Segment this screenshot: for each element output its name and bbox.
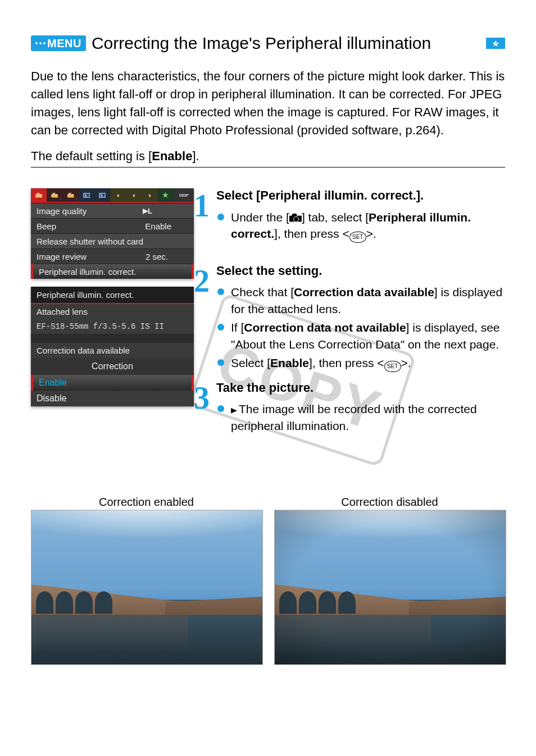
menu-label: Image quality [37, 206, 87, 216]
camera-tab-mymenu[interactable]: ★ [158, 188, 174, 202]
attached-lens-label: Attached lens [31, 304, 194, 319]
step-number: 2 [194, 263, 210, 299]
camera-tab-disp[interactable]: DISP [174, 188, 194, 202]
sample-photo-disabled [274, 510, 506, 665]
camera-icon [289, 214, 302, 222]
step-2-bullet-1: Check that [Correction data available] i… [216, 284, 505, 317]
photo-caption: Correction enabled [31, 496, 262, 509]
separator-line [31, 167, 505, 168]
set-button-icon: SET [349, 232, 366, 243]
example-photo-row: Correction enabled Correction disabled [31, 496, 505, 665]
intro-default-value: Enable [152, 149, 192, 163]
step-1-bullet-1: Under the [] tab, select [Peripheral ill… [216, 209, 505, 243]
playback-icon [99, 193, 106, 198]
camera-icon [35, 193, 42, 198]
correction-data-status: Correction data available [31, 343, 194, 358]
menu-value: 2 sec. [146, 252, 168, 261]
step-heading: Select the setting. [216, 263, 505, 279]
menu-pill-icon: MENU [31, 35, 86, 51]
intro-block: Due to the lens characteristics, the fou… [31, 67, 505, 165]
camera-tab-shoot3[interactable]: : [62, 188, 78, 202]
photo-correction-disabled: Correction disabled [274, 496, 505, 665]
camera-menu-screenshot-1: : : ♦ ♦ ♦ ★ DISP Image quality Beep Enab… [31, 188, 194, 279]
step-2-bullet-3: Select [Enable], then press <SET>. [216, 355, 505, 372]
page-title: Correcting the Image's Peripheral illumi… [92, 34, 431, 53]
step-heading: Take the picture. [216, 380, 505, 396]
step-heading: Select [Peripheral illumin. correct.]. [216, 188, 505, 203]
photo-correction-enabled: Correction enabled [31, 496, 262, 665]
page-header: MENU Correcting the Image's Peripheral i… [31, 34, 505, 53]
wrench-icon: ♦ [133, 192, 135, 198]
camera-tab-setup1[interactable]: ♦ [110, 188, 126, 202]
camera-icon [67, 193, 74, 198]
step-number: 1 [194, 188, 210, 224]
menu-row-release-shutter[interactable]: Release shutter without card [31, 233, 194, 248]
camera-menu-screenshot-2: Peripheral illumin. correct. Attached le… [31, 287, 194, 406]
correction-option-disable[interactable]: Disable [31, 391, 194, 406]
step-number: 3 [194, 380, 210, 416]
menu-row-peripheral-illumin[interactable]: Peripheral illumin. correct. [31, 264, 194, 279]
set-button-icon: SET [384, 361, 401, 372]
intro-text: Due to the lens characteristics, the fou… [31, 69, 505, 137]
intro-default-prefix: The default setting is [ [31, 149, 152, 163]
menu-row-image-quality[interactable]: Image quality [31, 203, 194, 218]
submenu-title: Peripheral illumin. correct. [31, 287, 194, 304]
camera-tab-play2[interactable] [94, 188, 110, 202]
step-3-bullet-1: The image will be recorded with the corr… [216, 401, 505, 434]
attached-lens-value: EF-S18-55mm f/3.5-5.6 IS II [31, 319, 194, 334]
step-2-bullet-2: If [Correction data not available] is di… [216, 319, 505, 352]
jpeg-L-icon [143, 207, 152, 215]
menu-value: Enable [145, 221, 171, 231]
camera-tab-setup2[interactable]: ♦ [126, 188, 142, 202]
step-3: 3 Take the picture. The image will be re… [194, 380, 505, 434]
wrench-icon: ♦ [148, 192, 151, 198]
star-icon: ★ [162, 191, 169, 199]
menu-label: Release shutter without card [37, 237, 143, 246]
correction-section-label: Correction [31, 358, 194, 375]
camera-tab-play1[interactable] [79, 188, 94, 202]
disp-icon: DISP [179, 193, 189, 198]
sample-photo-enabled [31, 510, 263, 665]
arrow-icon [231, 402, 239, 415]
menu-pill-label: MENU [47, 37, 81, 50]
camera-menu-tab-strip: : : ♦ ♦ ♦ ★ DISP [31, 188, 194, 203]
step-1: 1 Select [Peripheral illumin. correct.].… [194, 188, 505, 243]
camera-tab-shoot1[interactable] [31, 188, 47, 202]
camera-icon [51, 193, 58, 198]
instruction-steps: 1 Select [Peripheral illumin. correct.].… [194, 180, 505, 442]
star-badge: ★ [486, 38, 505, 49]
menu-row-beep[interactable]: Beep Enable [31, 218, 194, 233]
menu-label: Image review [37, 252, 87, 261]
playback-icon [83, 193, 90, 198]
photo-caption: Correction disabled [274, 496, 505, 509]
correction-option-enable[interactable]: Enable [31, 375, 194, 391]
camera-tab-shoot2[interactable]: : [47, 188, 62, 202]
camera-tab-setup3[interactable]: ♦ [142, 188, 158, 202]
step-2: 2 Select the setting. Check that [Correc… [194, 263, 505, 372]
menu-label: Beep [37, 221, 56, 231]
wrench-icon: ♦ [117, 192, 120, 198]
menu-label: Peripheral illumin. correct. [39, 267, 136, 277]
intro-default-suffix: ]. [192, 149, 199, 163]
menu-row-image-review[interactable]: Image review 2 sec. [31, 248, 194, 264]
